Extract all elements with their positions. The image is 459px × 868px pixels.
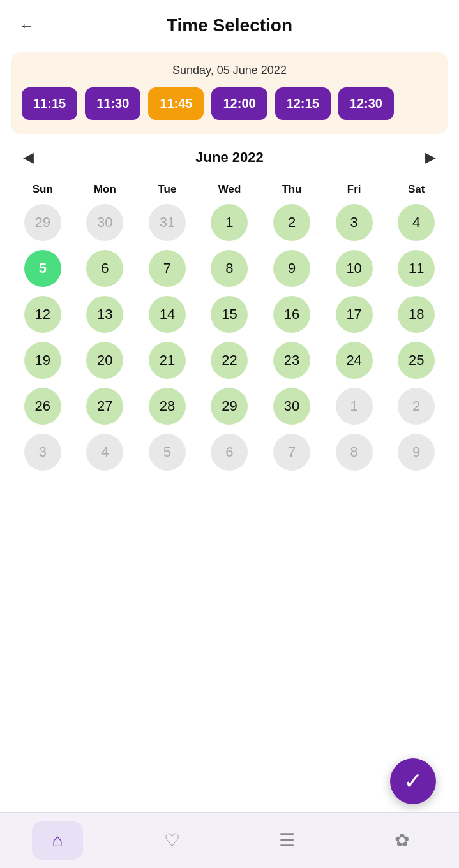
cal-day-31-outside[interactable]: 31 [149, 204, 186, 241]
cal-day-container: 16 [260, 293, 323, 336]
cal-day-29-outside[interactable]: 29 [24, 204, 61, 241]
back-arrow-icon: ← [19, 17, 34, 34]
cal-day-container: 7 [136, 247, 199, 290]
heart-icon: ♡ [164, 830, 180, 851]
cal-day-13-available[interactable]: 13 [86, 296, 123, 333]
cal-day-5-outside[interactable]: 5 [149, 434, 186, 471]
cal-day-container: 31 [136, 201, 199, 244]
cal-day-3-outside[interactable]: 3 [24, 434, 61, 471]
cal-day-4-outside[interactable]: 4 [86, 434, 123, 471]
prev-month-button[interactable]: ◀ [17, 147, 40, 168]
list-icon: ☰ [279, 830, 295, 851]
cal-day-25-available[interactable]: 25 [398, 342, 435, 379]
cal-day-6-outside[interactable]: 6 [211, 434, 248, 471]
cal-day-container: 5 [11, 247, 74, 290]
cal-day-container: 21 [136, 339, 199, 382]
cal-day-container: 7 [260, 430, 323, 474]
back-button[interactable]: ← [13, 11, 41, 40]
cal-day-container: 22 [199, 339, 261, 382]
nav-list[interactable]: ☰ [261, 821, 312, 860]
cal-day-4-available[interactable]: 4 [398, 204, 435, 241]
cal-day-container: 6 [199, 430, 261, 474]
time-slot-12:00[interactable]: 12:00 [211, 87, 267, 120]
cal-day-24-available[interactable]: 24 [336, 342, 373, 379]
cal-day-container: 27 [74, 385, 137, 428]
cal-day-container: 30 [74, 201, 137, 244]
cal-day-container: 19 [11, 339, 74, 382]
calendar-section: ◀ June 2022 ▶ SunMonTueWedThuFriSat 2930… [11, 140, 448, 474]
next-month-button[interactable]: ▶ [419, 147, 442, 168]
cal-day-2-available[interactable]: 2 [273, 204, 310, 241]
day-header-mon: Mon [74, 180, 137, 198]
home-icon: ⌂ [52, 830, 63, 851]
cal-day-container: 20 [74, 339, 137, 382]
cal-day-8-outside[interactable]: 8 [336, 434, 373, 471]
cal-day-container: 3 [323, 201, 386, 244]
cal-day-14-available[interactable]: 14 [149, 296, 186, 333]
cal-day-22-available[interactable]: 22 [211, 342, 248, 379]
cal-day-6-available[interactable]: 6 [86, 250, 123, 287]
cal-day-12-available[interactable]: 12 [24, 296, 61, 333]
cal-day-container: 2 [385, 385, 448, 428]
cal-day-15-available[interactable]: 15 [211, 296, 248, 333]
cal-day-1-outside[interactable]: 1 [336, 388, 373, 425]
cal-day-23-available[interactable]: 23 [273, 342, 310, 379]
time-slot-12:15[interactable]: 12:15 [275, 87, 331, 120]
time-slot-12:30[interactable]: 12:30 [338, 87, 394, 120]
cal-day-21-available[interactable]: 21 [149, 342, 186, 379]
cal-day-16-available[interactable]: 16 [273, 296, 310, 333]
cal-day-container: 9 [385, 430, 448, 474]
cal-day-container: 4 [74, 430, 137, 474]
time-slot-11:15[interactable]: 11:15 [22, 87, 77, 120]
cal-day-1-available[interactable]: 1 [211, 204, 248, 241]
day-header-thu: Thu [260, 180, 323, 198]
cal-day-18-available[interactable]: 18 [398, 296, 435, 333]
cal-day-container: 3 [11, 430, 74, 474]
time-slot-11:45[interactable]: 11:45 [148, 87, 204, 120]
cal-day-container: 29 [199, 385, 261, 428]
cal-day-container: 13 [74, 293, 137, 336]
day-header-sat: Sat [385, 180, 448, 198]
day-header-fri: Fri [323, 180, 386, 198]
cal-day-10-available[interactable]: 10 [336, 250, 373, 287]
cal-day-container: 14 [136, 293, 199, 336]
cal-day-26-available[interactable]: 26 [24, 388, 61, 425]
time-slots-container: 11:1511:3011:4512:0012:1512:30 [22, 87, 437, 120]
cal-day-container: 11 [385, 247, 448, 290]
cal-day-container: 8 [199, 247, 261, 290]
time-slot-11:30[interactable]: 11:30 [85, 87, 140, 120]
cal-day-7-outside[interactable]: 7 [273, 434, 310, 471]
cal-day-30-outside[interactable]: 30 [86, 204, 123, 241]
cal-day-20-available[interactable]: 20 [86, 342, 123, 379]
cal-day-container: 1 [199, 201, 261, 244]
cal-day-container: 5 [136, 430, 199, 474]
selected-date: Sunday, 05 June 2022 [22, 64, 437, 77]
cal-day-3-available[interactable]: 3 [336, 204, 373, 241]
nav-favorites[interactable]: ♡ [147, 821, 198, 860]
header: ← Time Selection [0, 0, 459, 46]
cal-day-28-available[interactable]: 28 [149, 388, 186, 425]
cal-day-5-selected[interactable]: 5 [24, 250, 61, 287]
cal-day-17-available[interactable]: 17 [336, 296, 373, 333]
cal-day-11-available[interactable]: 11 [398, 250, 435, 287]
cal-day-29-available[interactable]: 29 [211, 388, 248, 425]
day-headers: SunMonTueWedThuFriSat [11, 180, 448, 198]
nav-home[interactable]: ⌂ [32, 821, 83, 860]
cal-day-container: 26 [11, 385, 74, 428]
cal-day-container: 4 [385, 201, 448, 244]
confirm-fab[interactable]: ✓ [390, 758, 436, 804]
cal-day-9-available[interactable]: 9 [273, 250, 310, 287]
cal-day-container: 1 [323, 385, 386, 428]
cal-day-7-available[interactable]: 7 [149, 250, 186, 287]
cal-day-8-available[interactable]: 8 [211, 250, 248, 287]
bottom-nav: ⌂ ♡ ☰ ✿ [0, 812, 459, 868]
cal-day-container: 23 [260, 339, 323, 382]
nav-settings[interactable]: ✿ [376, 821, 427, 860]
cal-day-container: 17 [323, 293, 386, 336]
cal-day-2-outside[interactable]: 2 [398, 388, 435, 425]
cal-day-19-available[interactable]: 19 [24, 342, 61, 379]
cal-day-9-outside[interactable]: 9 [398, 434, 435, 471]
cal-day-27-available[interactable]: 27 [86, 388, 123, 425]
cal-day-container: 18 [385, 293, 448, 336]
cal-day-30-available[interactable]: 30 [273, 388, 310, 425]
